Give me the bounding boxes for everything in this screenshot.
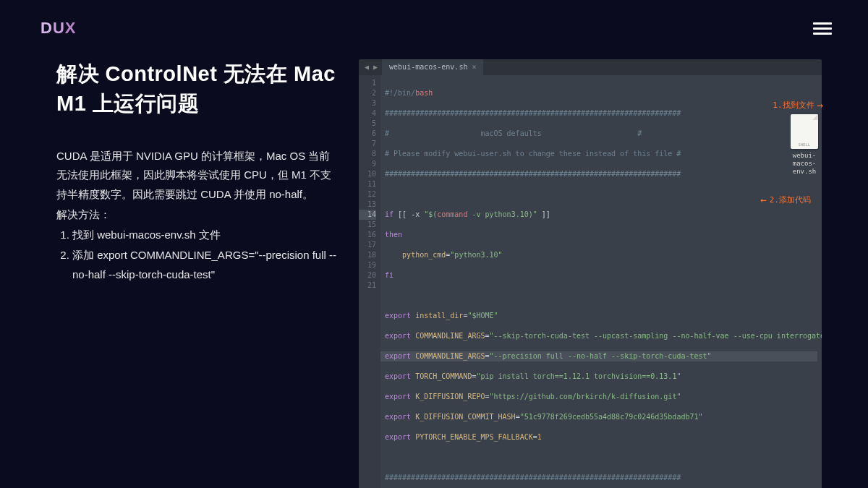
arrow-left-icon: ← bbox=[760, 193, 766, 207]
tab-nav-arrows-icon[interactable]: ◀ ▶ bbox=[359, 62, 382, 72]
steps-list: 找到 webui-macos-env.sh 文件 添加 export COMMA… bbox=[56, 226, 339, 284]
editor-tab[interactable]: webui-macos-env.sh × bbox=[382, 59, 483, 75]
page-title: 解决 ControlNet 无法在 Mac M1 上运行问题 bbox=[56, 59, 339, 118]
method-label: 解决方法： bbox=[56, 205, 339, 224]
logo-x: X bbox=[65, 19, 77, 37]
right-column: ◀ ▶ webui-macos-env.sh × 123456789101112… bbox=[359, 59, 832, 488]
annotation-2-text: 2.添加代码 bbox=[770, 194, 811, 205]
file-icon-box: webui-macos-env.sh bbox=[783, 114, 826, 175]
tab-bar: ◀ ▶ webui-macos-env.sh × bbox=[359, 59, 822, 75]
description: CUDA 是适用于 NVIDIA GPU 的计算框架，Mac OS 当前无法使用… bbox=[56, 147, 339, 204]
step-2: 添加 export COMMANDLINE_ARGS="--precision … bbox=[72, 246, 339, 284]
close-icon[interactable]: × bbox=[472, 62, 476, 72]
body-text: CUDA 是适用于 NVIDIA GPU 的计算框架，Mac OS 当前无法使用… bbox=[56, 147, 339, 284]
content: 解决 ControlNet 无法在 Mac M1 上运行问题 CUDA 是适用于… bbox=[0, 38, 868, 488]
code-area: 123456789101112131415161718192021 #!/bin… bbox=[359, 75, 822, 488]
tab-label: webui-macos-env.sh bbox=[389, 62, 467, 72]
header: DUX bbox=[0, 0, 868, 38]
logo-d: D bbox=[41, 19, 53, 37]
arrow-right-icon: → bbox=[817, 98, 823, 113]
logo-u: U bbox=[53, 19, 65, 37]
shell-file-icon bbox=[791, 114, 818, 149]
code-editor: ◀ ▶ webui-macos-env.sh × 123456789101112… bbox=[359, 59, 822, 488]
line-gutter: 123456789101112131415161718192021 bbox=[359, 75, 380, 488]
annotation-2: ← 2.添加代码 bbox=[760, 193, 811, 207]
step-1: 找到 webui-macos-env.sh 文件 bbox=[72, 226, 339, 244]
logo: DUX bbox=[41, 19, 76, 38]
code-body: #!/bin/bash ############################… bbox=[380, 75, 822, 488]
file-name-label: webui-macos-env.sh bbox=[783, 152, 826, 175]
annotation-1-text: 1.找到文件 bbox=[773, 100, 814, 111]
annotation-1: 1.找到文件 → bbox=[773, 98, 823, 113]
hamburger-menu-icon[interactable] bbox=[813, 22, 832, 35]
left-column: 解决 ControlNet 无法在 Mac M1 上运行问题 CUDA 是适用于… bbox=[56, 59, 339, 488]
